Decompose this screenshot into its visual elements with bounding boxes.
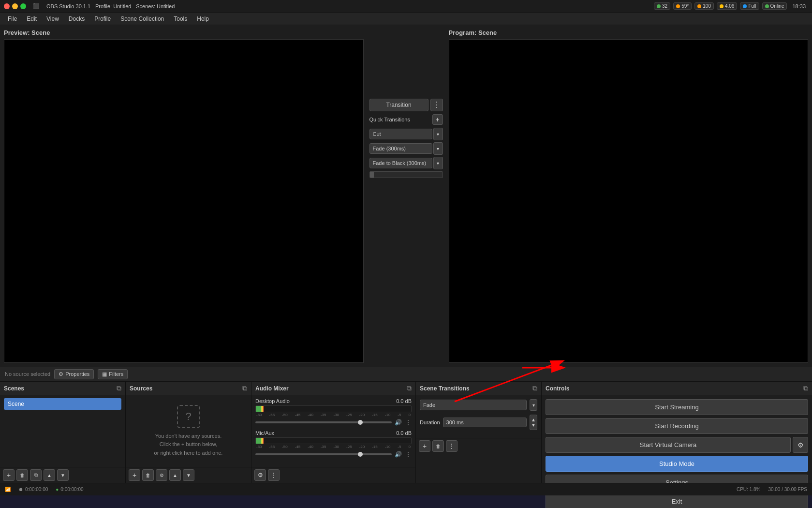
- streaming-icon: ●: [56, 487, 59, 492]
- titlebar: ⬛ OBS Studio 30.1.1 - Profile: Untitled …: [0, 0, 812, 13]
- menu-edit[interactable]: Edit: [23, 15, 41, 23]
- controls-options-icon[interactable]: ⧉: [803, 384, 808, 392]
- start-streaming-button[interactable]: Start Streaming: [546, 399, 808, 415]
- controls-panel: Controls ⧉ Start Streaming Start Recordi…: [542, 382, 812, 483]
- preview-panel: Preview: Scene: [0, 25, 368, 367]
- cpu-status: CPU: 1.8%: [737, 487, 760, 492]
- scene-transitions-options-icon[interactable]: ⧉: [532, 384, 537, 392]
- fps-status: 30.00 / 30.00 FPS: [768, 487, 807, 492]
- transition-type-arrow[interactable]: ▾: [530, 399, 537, 411]
- audio-mixer-options-icon[interactable]: ⧉: [407, 384, 412, 392]
- mode-value: Full: [748, 3, 756, 9]
- fade-dropdown[interactable]: Fade (300ms): [369, 143, 432, 154]
- virtual-camera-settings-button[interactable]: ⚙: [793, 437, 808, 453]
- program-screen[interactable]: [449, 39, 809, 363]
- scenes-remove-button[interactable]: 🗑: [16, 469, 28, 481]
- sources-panel-title: Sources: [130, 385, 152, 392]
- quick-transitions-add-button[interactable]: +: [432, 114, 443, 125]
- desktop-audio-header: Desktop Audio 0.0 dB: [255, 398, 412, 404]
- sources-move-down-button[interactable]: ▼: [183, 469, 194, 481]
- app-icon: ⬛: [33, 3, 40, 9]
- menu-scene-collection[interactable]: Scene Collection: [117, 15, 168, 23]
- preview-screen[interactable]: [4, 39, 364, 363]
- scenes-move-up-button[interactable]: ▲: [44, 469, 55, 481]
- sources-panel-options-icon[interactable]: ⧉: [242, 384, 247, 392]
- mem-value: 100: [703, 3, 711, 9]
- scenes-duplicate-button[interactable]: ⧉: [30, 469, 42, 481]
- program-title: Program: Scene: [449, 29, 809, 36]
- transition-options-button[interactable]: ⋮: [430, 99, 443, 111]
- properties-label: Properties: [65, 371, 89, 377]
- scenes-panel-title: Scenes: [4, 385, 24, 392]
- temp-badge: 59°: [673, 2, 692, 10]
- menu-help[interactable]: Help: [193, 15, 213, 23]
- window-controls[interactable]: [4, 3, 26, 9]
- menu-tools[interactable]: Tools: [170, 15, 191, 23]
- maximize-button[interactable]: [20, 3, 26, 9]
- duration-input[interactable]: 300 ms: [443, 418, 527, 427]
- mic-aux-thumb: [358, 452, 363, 457]
- transitions-remove-button[interactable]: 🗑: [432, 440, 444, 452]
- desktop-audio-more-button[interactable]: ⋮: [405, 418, 412, 426]
- start-recording-button[interactable]: Start Recording: [546, 418, 808, 434]
- program-panel: Program: Scene: [445, 25, 812, 367]
- duration-row: Duration 300 ms ▲▼: [420, 415, 537, 430]
- transitions-more-button[interactable]: ⋮: [446, 440, 458, 452]
- exit-button[interactable]: Exit: [546, 493, 808, 508]
- transition-progress-bar: [369, 171, 443, 178]
- filter-icon: ▦: [102, 371, 107, 377]
- studio-mode-button[interactable]: Studio Mode: [546, 456, 808, 472]
- desktop-audio-name: Desktop Audio: [255, 398, 290, 404]
- menu-view[interactable]: View: [43, 15, 63, 23]
- mic-aux-more-button[interactable]: ⋮: [405, 450, 412, 458]
- audio-settings-button[interactable]: ⚙: [254, 469, 266, 481]
- sources-add-button[interactable]: +: [129, 469, 140, 481]
- menubar: File Edit View Docks Profile Scene Colle…: [0, 13, 812, 25]
- mode-icon: [743, 4, 747, 8]
- menu-profile[interactable]: Profile: [90, 15, 115, 23]
- filters-button[interactable]: ▦ Filters: [98, 369, 128, 379]
- scenes-panel: Scenes ⧉ Scene + 🗑 ⧉ ▲ ▼: [0, 382, 126, 483]
- desktop-audio-slider[interactable]: [255, 421, 392, 423]
- no-sources-message: ? You don't have any sources. Click the …: [130, 398, 247, 464]
- virtual-camera-row: Start Virtual Camera ⚙: [546, 437, 808, 453]
- scene-item[interactable]: Scene: [4, 398, 121, 410]
- sources-remove-button[interactable]: 🗑: [142, 469, 154, 481]
- mode-badge: Full: [740, 2, 759, 10]
- transitions-add-button[interactable]: +: [419, 440, 430, 452]
- cut-dropdown-arrow[interactable]: ▾: [433, 128, 443, 140]
- controls-header: Controls ⧉: [542, 382, 812, 395]
- transition-type-row: Fade ▾: [420, 399, 537, 411]
- duration-arrow[interactable]: ▲▼: [530, 415, 537, 430]
- filters-label: Filters: [109, 371, 123, 377]
- scenes-move-down-button[interactable]: ▼: [57, 469, 69, 481]
- transition-type-select[interactable]: Fade: [420, 400, 527, 410]
- main-content: Preview: Scene Transition ⋮ Quick Transi…: [0, 25, 812, 495]
- sources-list[interactable]: ? You don't have any sources. Click the …: [126, 395, 251, 467]
- fade-black-dropdown-arrow[interactable]: ▾: [433, 157, 443, 169]
- sources-move-up-button[interactable]: ▲: [169, 469, 181, 481]
- sources-settings-button[interactable]: ⚙: [156, 469, 167, 481]
- desktop-audio-mute-button[interactable]: 🔊: [395, 419, 402, 426]
- scenes-add-button[interactable]: +: [3, 469, 15, 481]
- audio-channels: Desktop Audio 0.0 dB -60-55-50-45-40-35-…: [251, 395, 415, 467]
- scenes-panel-footer: + 🗑 ⧉ ▲ ▼: [0, 467, 125, 483]
- preview-program-area: Preview: Scene Transition ⋮ Quick Transi…: [0, 25, 812, 367]
- mic-aux-mute-button[interactable]: 🔊: [395, 451, 402, 458]
- desktop-audio-bar: [256, 406, 264, 412]
- close-button[interactable]: [4, 3, 10, 9]
- start-virtual-camera-button[interactable]: Start Virtual Camera: [546, 437, 791, 453]
- mic-aux-channel: Mic/Aux 0.0 dB -60-55-50-45-40-35-30-25-…: [255, 430, 412, 458]
- menu-file[interactable]: File: [4, 15, 21, 23]
- fade-dropdown-arrow[interactable]: ▾: [433, 142, 443, 155]
- fade-black-dropdown[interactable]: Fade to Black (300ms): [369, 158, 432, 168]
- three-dots-icon: ⋮: [432, 101, 441, 109]
- minimize-button[interactable]: [12, 3, 18, 9]
- scenes-panel-options-icon[interactable]: ⧉: [117, 384, 121, 392]
- audio-more-button[interactable]: ⋮: [268, 469, 280, 481]
- mic-aux-slider[interactable]: [255, 453, 392, 455]
- transition-button[interactable]: Transition: [369, 99, 428, 111]
- properties-button[interactable]: ⚙ Properties: [54, 369, 94, 379]
- menu-docks[interactable]: Docks: [65, 15, 89, 23]
- cut-dropdown[interactable]: Cut: [369, 129, 432, 139]
